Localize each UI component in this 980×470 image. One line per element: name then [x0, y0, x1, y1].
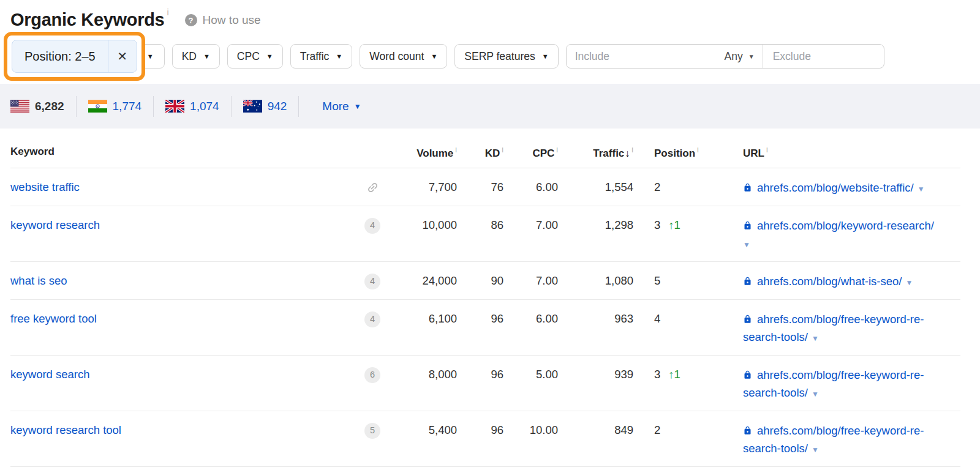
traffic-filter-label: Traffic [300, 50, 330, 63]
url-link[interactable]: ahrefs.com/blog/free-keyword-re-search-t… [743, 368, 924, 399]
traffic-filter-button[interactable]: Traffic ▼ [290, 44, 353, 69]
stats-divider [153, 96, 154, 117]
url-link[interactable]: ahrefs.com/blog/keyword-research/ [757, 219, 934, 232]
table-row: keyword search 6 8,000 96 5.00 939 3↑1 a… [10, 356, 960, 411]
table-row: free keyword tool 4 6,100 96 6.00 963 4 … [10, 300, 960, 356]
stats-divider [76, 96, 77, 117]
url-expand-icon[interactable]: ▼ [918, 185, 925, 193]
country-stat-au[interactable]: 942 [243, 100, 287, 113]
include-input[interactable]: Include Any ▼ [567, 45, 763, 68]
chevron-down-icon: ▼ [542, 53, 549, 60]
url-expand-icon[interactable]: ▼ [812, 390, 819, 398]
report-header: Organic Keywords i ? How to use [0, 0, 980, 30]
position-filter-label: Position: 2–5 [12, 50, 108, 64]
url-link[interactable]: ahrefs.com/blog/free-keyword-re-search-t… [743, 424, 924, 455]
column-header-traffic[interactable]: Traffic↓i [558, 133, 633, 168]
traffic-cell: 1,298 [558, 206, 633, 261]
position-cell: 3 [654, 366, 660, 403]
page-title: Organic Keywords [10, 9, 164, 30]
more-countries-button[interactable]: More ▼ [322, 100, 361, 113]
chevron-down-icon: ▼ [354, 102, 361, 111]
column-header-url[interactable]: URLi [743, 133, 960, 168]
url-expand-icon[interactable]: ▼ [743, 241, 750, 249]
india-flag-icon [88, 100, 107, 113]
link-icon [363, 178, 382, 196]
keyword-link[interactable]: keyword research [10, 218, 100, 231]
stats-divider [231, 96, 232, 117]
keywords-table: Keyword Volumei KDi CPCi Traffic↓i Posit… [10, 133, 960, 467]
uk-flag-icon [165, 100, 184, 113]
volume-cell: 8,000 [392, 356, 457, 411]
au-keyword-count: 942 [268, 100, 287, 113]
url-expand-icon[interactable]: ▼ [812, 446, 819, 454]
country-stat-gb[interactable]: 1,074 [165, 100, 219, 113]
keyword-link[interactable]: free keyword tool [10, 312, 97, 325]
cpc-filter-button[interactable]: CPC ▼ [227, 44, 283, 69]
chevron-down-icon: ▼ [203, 53, 210, 60]
exclude-input[interactable]: Exclude [763, 50, 884, 63]
us-flag-icon [10, 100, 29, 113]
position-cell: 2 [654, 179, 660, 198]
serp-features-badge[interactable]: 4 [364, 311, 380, 327]
volume-cell: 24,000 [392, 262, 457, 299]
info-icon: i [697, 146, 699, 154]
lock-icon [743, 370, 752, 380]
kd-filter-label: KD [182, 50, 197, 63]
in-keyword-count: 1,774 [113, 100, 142, 113]
kd-cell: 76 [457, 168, 503, 206]
lock-icon [743, 314, 752, 324]
serp-features-badge[interactable]: 6 [364, 367, 380, 383]
chevron-down-icon: ▼ [336, 53, 342, 60]
kd-filter-button[interactable]: KD ▼ [172, 44, 220, 69]
traffic-cell: 1,080 [558, 262, 633, 299]
table-row: keyword research tool 5 5,400 96 10.00 8… [10, 411, 960, 467]
serp-features-filter-button[interactable]: SERP features ▼ [454, 44, 558, 69]
match-mode-select[interactable]: Any ▼ [725, 50, 755, 63]
include-placeholder: Include [575, 50, 609, 63]
how-to-use-link[interactable]: ? How to use [185, 13, 261, 27]
column-header-keyword[interactable]: Keyword [10, 133, 353, 168]
serp-features-badge[interactable]: 5 [364, 423, 380, 439]
column-header-volume[interactable]: Volumei [392, 133, 457, 168]
position-filter-chip[interactable]: Position: 2–5 ✕ [12, 40, 137, 73]
serp-features-filter-label: SERP features [464, 50, 535, 63]
serp-features-badge[interactable]: 4 [364, 218, 380, 234]
traffic-cell: 849 [558, 411, 633, 466]
url-link[interactable]: ahrefs.com/blog/what-is-seo/ [757, 275, 902, 288]
country-stat-in[interactable]: 1,774 [88, 100, 142, 113]
kd-cell: 96 [457, 356, 503, 411]
cpc-cell: 10.00 [503, 411, 558, 466]
chevron-down-icon: ▼ [431, 53, 437, 60]
url-link[interactable]: ahrefs.com/blog/free-keyword-re-search-t… [743, 313, 924, 343]
keyword-link[interactable]: website traffic [10, 181, 80, 193]
keyword-link[interactable]: keyword research tool [10, 423, 121, 436]
include-exclude-box: Include Any ▼ Exclude [566, 44, 884, 69]
keyword-link[interactable]: keyword search [10, 368, 90, 381]
table-header-row: Keyword Volumei KDi CPCi Traffic↓i Posit… [10, 133, 960, 168]
serp-features-badge[interactable]: 4 [364, 274, 380, 289]
url-expand-icon[interactable]: ▼ [812, 334, 819, 343]
chevron-down-icon: ▼ [748, 53, 755, 60]
volume-cell: 6,100 [392, 300, 457, 355]
column-header-position[interactable]: Positioni [633, 133, 743, 168]
column-header-kd[interactable]: KDi [457, 133, 503, 168]
position-change: ↑1 [668, 366, 680, 403]
url-expand-icon[interactable]: ▼ [906, 278, 913, 287]
kd-cell: 96 [457, 300, 503, 355]
cpc-cell: 7.00 [503, 206, 558, 261]
volume-cell: 10,000 [392, 206, 457, 261]
word-count-filter-button[interactable]: Word count ▼ [360, 44, 447, 69]
remove-filter-icon[interactable]: ✕ [108, 49, 137, 64]
traffic-cell: 939 [558, 356, 633, 411]
country-stat-us[interactable]: 6,282 [10, 100, 64, 113]
url-link[interactable]: ahrefs.com/blog/website-traffic/ [757, 181, 914, 194]
column-header-cpc[interactable]: CPCi [503, 133, 558, 168]
position-change: ↑1 [668, 217, 680, 254]
position-cell: 4 [654, 310, 660, 348]
lock-icon [743, 220, 752, 231]
position-cell: 3 [654, 217, 660, 254]
kd-cell: 90 [457, 262, 503, 299]
volume-cell: 5,400 [392, 411, 457, 466]
keyword-link[interactable]: what is seo [10, 274, 67, 287]
traffic-cell: 963 [558, 300, 633, 355]
